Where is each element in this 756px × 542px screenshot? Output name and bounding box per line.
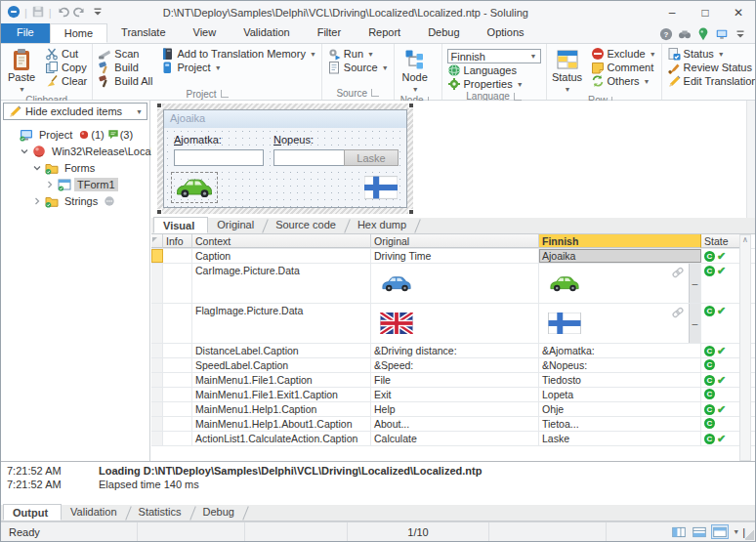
translation-cell[interactable]: Ajoaika [539, 249, 701, 263]
original-cell[interactable]: Exit [371, 388, 539, 401]
properties-button[interactable]: Properties▼ [444, 77, 544, 91]
tree-item-project[interactable]: Project(1)(3) [1, 126, 149, 143]
state-cell[interactable]: C✔ [701, 264, 740, 303]
monitor-button[interactable] [715, 27, 729, 43]
info-cell[interactable] [163, 344, 192, 357]
comment-button[interactable]: Comment [588, 61, 659, 74]
selection-handle[interactable] [156, 103, 162, 108]
original-cell[interactable]: Help [371, 402, 539, 416]
info-cell[interactable] [163, 432, 192, 445]
original-cell[interactable]: About... [371, 417, 539, 431]
node-button[interactable]: Node▼ [397, 45, 434, 95]
tree-item-tform1[interactable]: TForm1 [1, 176, 149, 192]
others-button[interactable]: Others▼ [588, 74, 659, 88]
selection-handle[interactable] [408, 103, 414, 108]
copy-button[interactable]: Copy [42, 61, 90, 74]
row-selector[interactable] [151, 264, 163, 303]
state-cell[interactable]: C✔ [701, 373, 740, 387]
column-header-context[interactable]: Context [192, 234, 371, 248]
preview-edit-distance[interactable] [174, 149, 264, 166]
more-button[interactable] [734, 27, 747, 43]
state-cell[interactable]: C✔ [701, 249, 740, 263]
info-cell[interactable] [163, 249, 192, 263]
translation-cell[interactable]: &Ajomatka: [539, 344, 701, 357]
info-cell[interactable] [163, 264, 192, 303]
ribbon-tab-view[interactable]: View [180, 23, 231, 43]
tab-visual[interactable]: Visual [153, 217, 208, 233]
column-header-state[interactable]: State [701, 234, 740, 248]
preview-label-nopeus[interactable]: Nopeus: [273, 134, 314, 146]
context-cell[interactable]: ActionList1.CalculateAction.Caption [192, 432, 371, 445]
panel-tab-statistics[interactable]: Statistics [130, 504, 194, 521]
translation-cell[interactable]: Laske [539, 432, 701, 445]
tab-source-code[interactable]: Source code [267, 217, 349, 233]
add-to-translation-memory-button[interactable]: Add to Translation Memory▼ [157, 47, 318, 61]
translation-cell[interactable]: – [539, 264, 701, 303]
qat-undo-button[interactable] [56, 5, 69, 21]
status-button[interactable]: Status▼ [664, 47, 756, 61]
build-button[interactable]: Build [95, 61, 155, 74]
translation-cell[interactable]: Tietoa... [539, 417, 701, 431]
info-cell[interactable] [163, 417, 192, 431]
qat-more-button[interactable] [91, 5, 105, 21]
info-cell[interactable] [163, 388, 192, 401]
row-selector[interactable] [151, 304, 163, 343]
scan-button[interactable]: Scan [95, 47, 155, 61]
ribbon-tab-debug[interactable]: Debug [414, 23, 473, 43]
dialog-launcher-icon[interactable] [221, 90, 229, 98]
context-cell[interactable]: CarImage.Picture.Data [192, 264, 371, 303]
context-cell[interactable]: MainMenu1.File1.Exit1.Caption [192, 388, 371, 401]
ribbon-tab-options[interactable]: Options [474, 23, 538, 43]
preview-car-image[interactable] [172, 173, 217, 202]
edit-translation-button[interactable]: Edit Translation [664, 74, 756, 88]
state-cell[interactable]: C✔ [701, 344, 740, 357]
ribbon-tab-validation[interactable]: Validation [230, 23, 304, 43]
context-cell[interactable]: MainMenu1.File1.Caption [192, 373, 371, 387]
ribbon-tab-file[interactable]: File [1, 23, 50, 43]
selection-handle[interactable] [156, 209, 162, 215]
clear-button[interactable]: Clear [42, 74, 90, 88]
preview-flag-image[interactable] [363, 175, 399, 200]
close-button[interactable]: ✕ [722, 1, 755, 24]
context-cell[interactable]: DistanceLabel.Caption [192, 344, 371, 357]
grid-corner-cell[interactable] [151, 234, 163, 248]
view-preview-button[interactable] [711, 524, 729, 539]
original-cell[interactable]: &Speed: [371, 358, 539, 372]
qat-redo-button[interactable] [73, 5, 87, 21]
state-cell[interactable]: C✔ [701, 432, 740, 445]
view-split-button[interactable] [691, 524, 708, 539]
state-cell[interactable]: C✔ [701, 402, 740, 416]
paste-button[interactable]: Paste▼ [3, 45, 40, 95]
column-header-original[interactable]: Original [371, 234, 539, 248]
context-cell[interactable]: FlagImage.Picture.Data [192, 304, 371, 343]
minimize-button[interactable]: – [655, 1, 689, 24]
row-selector[interactable] [151, 432, 163, 445]
dialog-launcher-icon[interactable] [514, 93, 522, 101]
original-cell[interactable]: Calculate [371, 432, 539, 445]
help-button[interactable]: ? [659, 27, 673, 43]
row-selector[interactable] [151, 373, 163, 387]
tab-original[interactable]: Original [208, 217, 267, 233]
balloon-button[interactable] [696, 27, 710, 43]
row-selector[interactable] [151, 402, 163, 416]
review-status-button[interactable]: Review Status▼ [664, 61, 756, 74]
form-preview-selection[interactable]: Ajoaika Ajomatka: Nopeus: Laske [157, 104, 413, 214]
translation-cell[interactable]: – [539, 304, 701, 343]
tree-item-win32-release-localized-exe[interactable]: Win32\Release\Localized.exe [1, 143, 149, 159]
preview-label-ajomatka[interactable]: Ajomatka: [174, 134, 222, 146]
exclude-button[interactable]: Exclude▼ [588, 47, 659, 61]
run-button[interactable]: Run▼ [324, 47, 392, 61]
expander-closed-icon[interactable] [32, 196, 42, 206]
info-cell[interactable] [163, 304, 192, 343]
column-header-finnish[interactable]: Finnish [539, 234, 701, 248]
state-cell[interactable]: C [701, 417, 740, 431]
translation-cell[interactable]: Tiedosto [539, 373, 701, 387]
original-cell[interactable]: File [371, 373, 539, 387]
status-button[interactable]: Status▼ [549, 45, 586, 95]
grid-scrollbar[interactable]: ∧ [739, 234, 751, 461]
chevron-down-icon[interactable]: ▼ [733, 528, 739, 535]
state-cell[interactable]: C [701, 388, 740, 401]
context-cell[interactable]: MainMenu1.Help1.Caption [192, 402, 371, 416]
preview-scrollbar[interactable] [746, 101, 755, 218]
row-selector[interactable] [151, 358, 163, 372]
